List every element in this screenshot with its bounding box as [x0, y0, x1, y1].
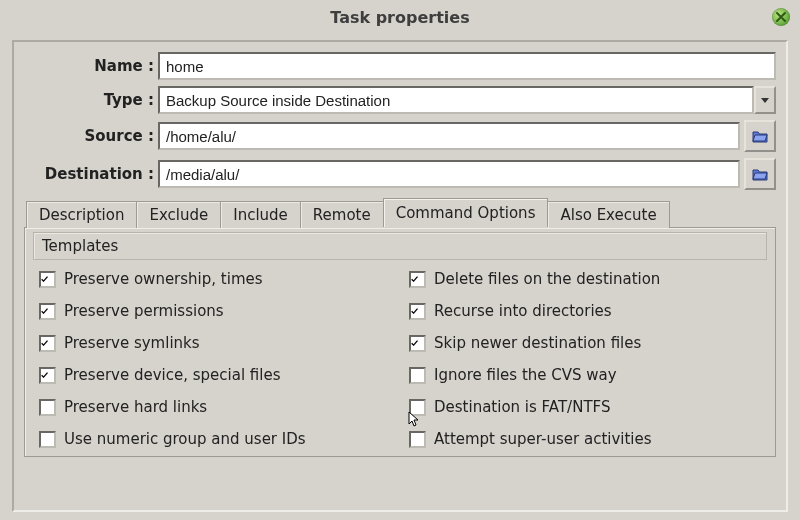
source-input[interactable]	[158, 122, 740, 150]
templates-header: Templates	[33, 232, 767, 260]
checkbox-box[interactable]	[39, 303, 56, 320]
checkbox-left-column: Preserve ownership, timesPreserve permis…	[39, 270, 391, 448]
checkbox-label: Preserve ownership, times	[64, 270, 263, 288]
checkbox-label: Preserve device, special files	[64, 366, 281, 384]
checkbox-box[interactable]	[409, 367, 426, 384]
checkbox-label: Delete files on the destination	[434, 270, 660, 288]
type-select[interactable]	[158, 86, 776, 114]
tab-description[interactable]: Description	[26, 201, 137, 228]
checkbox-box[interactable]	[409, 335, 426, 352]
tab-command-options[interactable]: Command Options	[383, 198, 549, 227]
checkbox-label: Preserve permissions	[64, 302, 224, 320]
label-destination: Destination :	[24, 165, 158, 183]
checkbox-box[interactable]	[39, 431, 56, 448]
tab-include[interactable]: Include	[220, 201, 301, 228]
titlebar: Task properties	[0, 0, 800, 34]
chevron-down-icon	[761, 98, 769, 103]
checkbox-grid: Preserve ownership, timesPreserve permis…	[33, 270, 767, 448]
checkbox-preserve-hardlinks[interactable]: Preserve hard links	[39, 398, 391, 416]
task-properties-window: { "title": "Task properties", "fields": …	[0, 0, 800, 520]
checkbox-fat-ntfs[interactable]: Destination is FAT/NTFS	[409, 398, 761, 416]
checkbox-box[interactable]	[409, 303, 426, 320]
checkbox-delete-dest[interactable]: Delete files on the destination	[409, 270, 761, 288]
destination-input[interactable]	[158, 160, 740, 188]
type-dropdown-button[interactable]	[754, 86, 776, 114]
checkbox-box[interactable]	[409, 399, 426, 416]
row-name: Name :	[24, 52, 776, 80]
label-source: Source :	[24, 127, 158, 145]
row-type: Type :	[24, 86, 776, 114]
row-destination: Destination :	[24, 158, 776, 190]
checkbox-label: Attempt super-user activities	[434, 430, 652, 448]
checkbox-box[interactable]	[409, 431, 426, 448]
tab-also-execute[interactable]: Also Execute	[547, 201, 669, 228]
close-button[interactable]	[772, 8, 790, 26]
checkbox-label: Preserve hard links	[64, 398, 207, 416]
checkbox-label: Skip newer destination files	[434, 334, 641, 352]
command-options-panel: Templates Preserve ownership, timesPrese…	[24, 227, 776, 457]
checkbox-label: Recurse into directories	[434, 302, 612, 320]
checkbox-preserve-permissions[interactable]: Preserve permissions	[39, 302, 391, 320]
label-name: Name :	[24, 57, 158, 75]
checkbox-preserve-symlinks[interactable]: Preserve symlinks	[39, 334, 391, 352]
checkbox-skip-newer[interactable]: Skip newer destination files	[409, 334, 761, 352]
checkbox-label: Use numeric group and user IDs	[64, 430, 306, 448]
window-title: Task properties	[330, 8, 469, 27]
source-browse-button[interactable]	[744, 120, 776, 152]
checkbox-ignore-cvs[interactable]: Ignore files the CVS way	[409, 366, 761, 384]
label-type: Type :	[24, 91, 158, 109]
tab-bar: Description Exclude Include Remote Comma…	[24, 198, 776, 227]
type-value[interactable]	[158, 86, 754, 114]
content-frame: Name : Type : Source :	[12, 40, 788, 512]
checkbox-numeric-ids[interactable]: Use numeric group and user IDs	[39, 430, 391, 448]
folder-open-icon	[751, 165, 769, 183]
checkbox-label: Preserve symlinks	[64, 334, 200, 352]
checkbox-preserve-device[interactable]: Preserve device, special files	[39, 366, 391, 384]
checkbox-box[interactable]	[39, 399, 56, 416]
checkbox-box[interactable]	[39, 271, 56, 288]
checkbox-box[interactable]	[39, 367, 56, 384]
row-source: Source :	[24, 120, 776, 152]
checkbox-preserve-ownership[interactable]: Preserve ownership, times	[39, 270, 391, 288]
tab-remote[interactable]: Remote	[300, 201, 384, 228]
checkbox-label: Ignore files the CVS way	[434, 366, 617, 384]
folder-open-icon	[751, 127, 769, 145]
checkbox-box[interactable]	[409, 271, 426, 288]
tab-exclude[interactable]: Exclude	[136, 201, 221, 228]
checkbox-box[interactable]	[39, 335, 56, 352]
close-icon	[772, 8, 790, 26]
checkbox-right-column: Delete files on the destinationRecurse i…	[409, 270, 761, 448]
checkbox-super-user[interactable]: Attempt super-user activities	[409, 430, 761, 448]
checkbox-label: Destination is FAT/NTFS	[434, 398, 610, 416]
destination-browse-button[interactable]	[744, 158, 776, 190]
checkbox-recurse[interactable]: Recurse into directories	[409, 302, 761, 320]
name-input[interactable]	[158, 52, 776, 80]
